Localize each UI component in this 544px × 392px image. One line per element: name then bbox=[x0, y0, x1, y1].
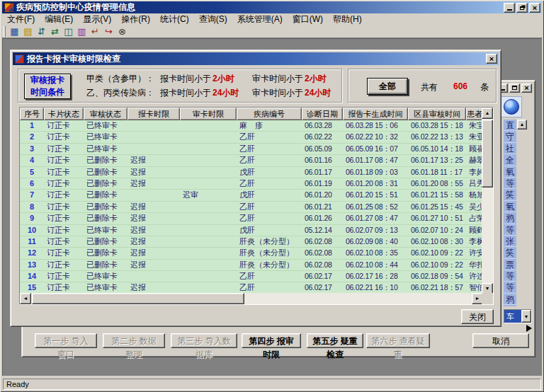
table-cell: 订正卡 bbox=[44, 213, 84, 224]
list-item[interactable]: 张 bbox=[504, 236, 516, 247]
column-header[interactable]: 审卡时限 bbox=[180, 108, 237, 120]
table-cell: 06.03.28 15：18 bbox=[408, 120, 466, 131]
scroll-up-icon[interactable]: ▲ bbox=[482, 108, 493, 119]
step-button-4[interactable]: 第四步 报审时限 bbox=[242, 333, 301, 348]
table-cell: 06.01.17 08：47 bbox=[343, 155, 408, 166]
horizontal-scrollbar[interactable]: ◄ ► bbox=[20, 293, 483, 304]
column-header[interactable]: 区县审核时间 bbox=[408, 108, 466, 120]
step-button-6[interactable]: 第六步 查看疑重 bbox=[366, 333, 430, 348]
list-item[interactable]: 鸦 bbox=[504, 212, 516, 224]
column-header[interactable]: 卡片状态 bbox=[44, 108, 84, 120]
chevron-down-icon[interactable]: ▼ bbox=[521, 310, 531, 323]
menu-item[interactable]: 操作(R) bbox=[116, 13, 155, 26]
main-titlebar: 疾病预防控制中心疫情管理信息 × bbox=[2, 1, 542, 13]
horizontal-scroll-thumb[interactable] bbox=[32, 293, 244, 304]
vertical-scroll-thumb[interactable] bbox=[482, 120, 493, 188]
close-button[interactable]: × bbox=[529, 3, 540, 13]
menu-item[interactable]: 编辑(E) bbox=[40, 13, 78, 26]
step-button-1[interactable]: 第一步 导入窗口 bbox=[35, 333, 97, 348]
table-row[interactable]: 8订正卡已删除卡迟报乙肝06.01.2106.01.25 08：5206.01.… bbox=[20, 202, 483, 213]
vertical-scrollbar[interactable]: ▲ ▼ bbox=[482, 108, 493, 294]
table-row[interactable]: 10订正卡已终审卡迟报戊肝05.12.1406.02.07 09：1306.02… bbox=[20, 225, 483, 236]
scroll-left-icon[interactable]: ◄ bbox=[20, 293, 31, 304]
table-cell bbox=[180, 260, 237, 270]
batch-check-icon[interactable]: ⇄ bbox=[48, 25, 62, 38]
column-header[interactable]: 报卡时限 bbox=[128, 108, 180, 120]
status-message: Ready bbox=[3, 379, 541, 390]
card-import-icon[interactable]: ↵ bbox=[89, 25, 102, 38]
column-header[interactable]: 诊断日期 bbox=[302, 108, 343, 120]
report-chart-icon[interactable]: ▥ bbox=[75, 25, 89, 38]
list-item[interactable]: 票 bbox=[504, 259, 516, 270]
step-button-5[interactable]: 第五步 疑重检查 bbox=[307, 333, 363, 348]
table-cell: 订正卡 bbox=[44, 271, 84, 282]
menu-item[interactable]: 统计(C) bbox=[155, 13, 194, 26]
table-cell: 06.01.18 09：03 bbox=[343, 167, 408, 178]
list-item[interactable]: 等 bbox=[504, 282, 516, 293]
table-cell: 订正卡 bbox=[44, 248, 84, 258]
background-combobox[interactable]: 车 ▼ bbox=[504, 309, 532, 323]
list-item[interactable]: 等 bbox=[504, 270, 516, 282]
show-all-button[interactable]: 全部 bbox=[367, 78, 408, 95]
column-header[interactable]: 报告卡生成时间 bbox=[343, 108, 408, 120]
table-cell: 朱亚 bbox=[466, 132, 483, 142]
list-item[interactable]: 全 bbox=[504, 154, 516, 166]
menu-item[interactable]: 系统管理(A) bbox=[232, 13, 288, 26]
table-row[interactable]: 11订正卡已删除卡迟报肝炎（未分型）06.02.0806.02.09 08：40… bbox=[20, 236, 483, 248]
table-row[interactable]: 5订正卡已删除卡迟报戊肝06.01.1706.01.18 09：0306.01.… bbox=[20, 167, 483, 178]
list-item[interactable]: 等 bbox=[504, 224, 516, 236]
wizard-close-button[interactable]: × bbox=[521, 83, 532, 93]
column-header[interactable]: 疾病编号 bbox=[237, 108, 302, 120]
exit-icon[interactable]: ⊗ bbox=[115, 25, 129, 38]
dialog-close-icon[interactable]: × bbox=[486, 54, 497, 64]
table-row[interactable]: 3订正卡已终审卡乙肝06.05.0906.05.09 16：0706.05.10… bbox=[20, 144, 483, 155]
wizard-maximize-button[interactable] bbox=[509, 83, 520, 93]
close-dialog-button[interactable]: 关闭 bbox=[461, 309, 494, 324]
list-item[interactable]: 守 bbox=[504, 131, 516, 142]
sort-check-icon[interactable]: ⇵ bbox=[35, 25, 48, 38]
table-cell: 06.03.28 bbox=[302, 120, 343, 131]
table-row[interactable]: 7订正卡已删除卡迟审戊肝06.01.2006.01.20 15：5106.01.… bbox=[20, 190, 483, 201]
audit-limit-value: 24小时 bbox=[305, 87, 334, 99]
scroll-up-icon[interactable]: ▲ bbox=[517, 120, 527, 129]
transfer-data-icon[interactable]: ◫ bbox=[62, 25, 75, 38]
table-row[interactable]: 9订正卡已删除卡迟报乙肝06.01.2606.01.27 08：4706.01.… bbox=[20, 213, 483, 224]
list-item[interactable]: 社 bbox=[504, 143, 516, 154]
list-item[interactable]: 等 bbox=[504, 178, 516, 189]
menu-item[interactable]: 窗口(W) bbox=[288, 13, 328, 26]
list-item[interactable]: 笑 bbox=[504, 189, 516, 200]
menu-item[interactable]: 查询(S) bbox=[194, 13, 232, 26]
column-header[interactable]: 审核状态 bbox=[84, 108, 128, 120]
card-export-icon[interactable]: ↪ bbox=[102, 25, 115, 38]
minimize-button[interactable] bbox=[504, 3, 515, 13]
step-button-3[interactable]: 第三步 导入数据库 bbox=[171, 333, 237, 348]
cancel-button[interactable]: 取消 bbox=[472, 333, 529, 348]
table-row[interactable]: 12订正卡已删除卡迟报肝炎（未分型）06.02.0806.02.10 08：35… bbox=[20, 248, 483, 259]
column-header[interactable]: 序号 bbox=[20, 108, 44, 120]
table-cell: 戊肝 bbox=[237, 225, 302, 236]
toolbar: ▦▤⇵⇄◫▥↵↪⊗ bbox=[2, 25, 542, 38]
step-button-2[interactable]: 第二步 数据整理 bbox=[103, 333, 165, 348]
menu-item[interactable]: 帮助(H) bbox=[328, 13, 367, 26]
list-item[interactable]: 笑 bbox=[504, 247, 516, 258]
table-row[interactable]: 6订正卡已删除卡迟报乙肝06.01.1906.01.20 08：3106.01.… bbox=[20, 178, 483, 190]
table-row[interactable]: 4订正卡已删除卡迟报乙肝06.01.1606.01.17 08：4706.01.… bbox=[20, 155, 483, 166]
table-row[interactable]: 1订正卡已终审卡麻 疹06.03.2806.03.28 15：0606.03.2… bbox=[20, 120, 483, 132]
open-card-icon[interactable]: ▤ bbox=[21, 25, 35, 38]
menu-item[interactable]: 显示(V) bbox=[78, 13, 116, 26]
column-header[interactable]: 患者 bbox=[466, 108, 483, 120]
list-item[interactable]: 氧 bbox=[504, 166, 516, 178]
list-item[interactable]: 直 bbox=[504, 120, 516, 131]
menu-item[interactable]: 文件(F) bbox=[2, 13, 40, 26]
list-item[interactable]: 鸦 bbox=[504, 294, 516, 305]
table-cell: 杨旭 bbox=[466, 190, 483, 200]
list-item[interactable]: 氧 bbox=[504, 201, 516, 212]
restore-button[interactable] bbox=[516, 3, 528, 13]
table-row[interactable]: 13订正卡已删除卡迟报肝炎（未分型）06.02.0806.02.10 08：44… bbox=[20, 260, 483, 271]
table-row[interactable]: 14订正卡已终审卡乙肝06.02.1706.02.17 16：2806.02.1… bbox=[20, 271, 483, 282]
table-view-icon[interactable]: ▦ bbox=[8, 25, 21, 38]
table-row[interactable]: 2订正卡已终审卡乙肝06.02.2206.02.22 10：3206.02.22… bbox=[20, 132, 483, 143]
statusbar: Ready bbox=[2, 376, 542, 391]
table-cell: 9 bbox=[20, 213, 44, 224]
table-cell: 06.02.22 bbox=[302, 132, 343, 142]
